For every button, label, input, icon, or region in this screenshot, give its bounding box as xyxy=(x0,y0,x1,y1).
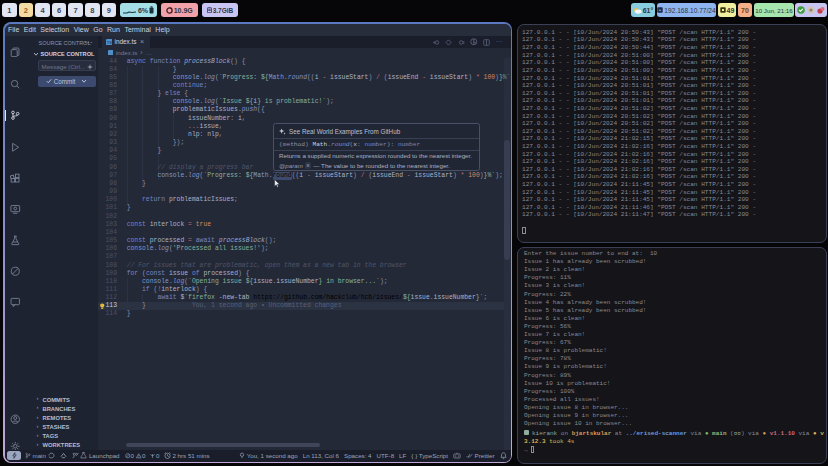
svg-text:TS: TS xyxy=(106,40,111,45)
